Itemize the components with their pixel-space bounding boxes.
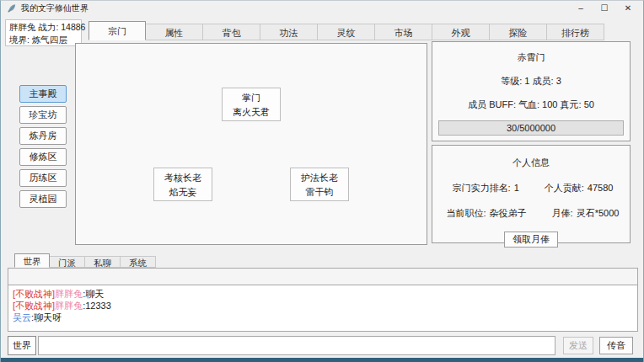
monthly-salary: 月俸:灵石*5000 bbox=[549, 207, 620, 220]
chat-input[interactable] bbox=[38, 336, 555, 355]
chat-message: 吴云:聊天呀 bbox=[13, 311, 633, 323]
npc-title: 掌门 bbox=[223, 91, 280, 105]
tab-lingwen[interactable]: 灵纹 bbox=[318, 24, 375, 40]
current-position: 当前职位:杂役弟子 bbox=[443, 207, 527, 220]
personal-info-title: 个人信息 bbox=[432, 157, 630, 169]
contribution-value: 47580 bbox=[588, 183, 614, 193]
player-realm: 境界: 炼气四层 bbox=[9, 34, 78, 46]
sect-rank-value: 1 bbox=[514, 183, 519, 193]
sidebar-item-lingzhiyuan[interactable]: 灵植园 bbox=[19, 190, 67, 208]
chat-tab-private[interactable]: 私聊 bbox=[85, 256, 121, 268]
sect-level-members: 等级: 1 成员: 3 bbox=[432, 75, 630, 88]
window-title: 我的文字修仙世界 bbox=[21, 3, 89, 14]
sidebar-item-liandanfang[interactable]: 炼丹房 bbox=[19, 127, 67, 145]
sect-sidebar: 主事殿 珍宝坊 炼丹房 修炼区 历练区 灵植园 bbox=[19, 85, 67, 211]
position-label: 当前职位: bbox=[447, 208, 486, 218]
sect-map-panel: 掌门 离火天君 考核长老 焰无妄 护法长老 雷干钧 bbox=[75, 43, 427, 245]
tk-feather-icon bbox=[7, 3, 17, 13]
personal-contribution: 个人贡献:47580 bbox=[541, 182, 614, 194]
chat-message-list[interactable]: [不败战神]胖胖兔:聊天 [不败战神]胖胖兔:12333 吴云:聊天呀 bbox=[8, 285, 638, 332]
title-bar: 我的文字修仙世界 – ☐ ✕ bbox=[1, 1, 643, 16]
player-power: 胖胖兔 战力: 14886 bbox=[9, 21, 78, 34]
sidebar-item-zhenbaofang[interactable]: 珍宝坊 bbox=[19, 106, 67, 124]
npc-guardian-elder[interactable]: 护法长老 雷干钧 bbox=[290, 168, 349, 201]
chat-message: [不败战神]胖胖兔:12333 bbox=[13, 300, 633, 311]
chat-username: 胖胖兔 bbox=[55, 289, 83, 299]
contribution-label: 个人贡献: bbox=[545, 183, 584, 193]
chat-pane-header bbox=[8, 268, 638, 285]
sidebar-item-zhushidian[interactable]: 主事殿 bbox=[19, 85, 67, 103]
sidebar-item-xiulianqu[interactable]: 修炼区 bbox=[19, 148, 67, 166]
maximize-icon[interactable]: ☐ bbox=[593, 1, 616, 16]
claim-salary-button[interactable]: 领取月俸 bbox=[504, 232, 558, 248]
app-window: 我的文字修仙世界 – ☐ ✕ 胖胖兔 战力: 14886 境界: 炼气四层 宗门… bbox=[0, 0, 644, 362]
player-info: 胖胖兔 战力: 14886 境界: 炼气四层 bbox=[5, 19, 82, 46]
chat-title-badge: [不败战神] bbox=[13, 301, 55, 311]
chat-message: [不败战神]胖胖兔:聊天 bbox=[13, 288, 633, 300]
position-value: 杂役弟子 bbox=[490, 208, 527, 218]
chat-username: 胖胖兔 bbox=[55, 301, 83, 311]
npc-name: 雷干钧 bbox=[291, 185, 348, 200]
chat-tab-sect[interactable]: 门派 bbox=[50, 256, 85, 268]
sect-member-buff: 成员 BUFF: 气血: 100 真元: 50 bbox=[432, 98, 630, 111]
chat-channel-button[interactable]: 世界 bbox=[8, 336, 36, 355]
chat-title-badge: [不败战神] bbox=[13, 289, 55, 299]
sect-rank: 宗门实力排名:1 bbox=[449, 182, 519, 194]
npc-sect-leader[interactable]: 掌门 离火天君 bbox=[222, 88, 281, 121]
chat-tab-system[interactable]: 系统 bbox=[121, 256, 156, 268]
npc-name: 焰无妄 bbox=[154, 185, 212, 200]
chat-tabbar: 世界 门派 私聊 系统 bbox=[14, 253, 156, 268]
chat-text: :12333 bbox=[83, 301, 111, 311]
sect-name: 赤霄门 bbox=[432, 51, 630, 64]
npc-exam-elder[interactable]: 考核长老 焰无妄 bbox=[153, 168, 212, 201]
npc-title: 护法长老 bbox=[291, 171, 348, 185]
tab-gongfa[interactable]: 功法 bbox=[260, 24, 318, 40]
tab-zongmen[interactable]: 宗门 bbox=[89, 21, 146, 40]
tab-shichang[interactable]: 市场 bbox=[375, 24, 432, 40]
chat-tab-world[interactable]: 世界 bbox=[14, 253, 50, 268]
chat-text: :聊天 bbox=[83, 289, 104, 299]
salary-value: 灵石*5000 bbox=[577, 208, 620, 218]
chat-text: :聊天呀 bbox=[31, 312, 62, 322]
voice-button[interactable]: 传音 bbox=[599, 337, 633, 354]
personal-info-panel: 个人信息 宗门实力排名:1 个人贡献:47580 当前职位:杂役弟子 月俸:灵石… bbox=[432, 145, 631, 243]
tab-shuxing[interactable]: 属性 bbox=[146, 24, 203, 40]
npc-title: 考核长老 bbox=[154, 171, 212, 185]
tab-tanxian[interactable]: 探险 bbox=[490, 24, 547, 40]
sect-rank-label: 宗门实力排名: bbox=[453, 183, 511, 193]
chat-username: 吴云 bbox=[13, 312, 31, 322]
salary-label: 月俸: bbox=[552, 208, 573, 218]
tab-beibao[interactable]: 背包 bbox=[203, 24, 260, 40]
sidebar-item-lilianqu[interactable]: 历练区 bbox=[19, 169, 67, 187]
window-bottom-edge bbox=[1, 358, 644, 362]
tab-paihangbang[interactable]: 排行榜 bbox=[547, 24, 604, 40]
npc-name: 离火天君 bbox=[223, 105, 280, 120]
tab-waiguan[interactable]: 外观 bbox=[432, 24, 490, 40]
sect-info-panel: 赤霄门 等级: 1 成员: 3 成员 BUFF: 气血: 100 真元: 50 … bbox=[432, 41, 631, 141]
main-tabbar: 宗门 属性 背包 功法 灵纹 市场 外观 探险 排行榜 bbox=[89, 21, 604, 40]
minimize-icon[interactable]: – bbox=[569, 1, 593, 16]
send-button[interactable]: 发送 bbox=[563, 337, 593, 354]
close-icon[interactable]: ✕ bbox=[616, 1, 640, 16]
sect-exp-progressbar: 30/5000000 bbox=[438, 120, 624, 136]
